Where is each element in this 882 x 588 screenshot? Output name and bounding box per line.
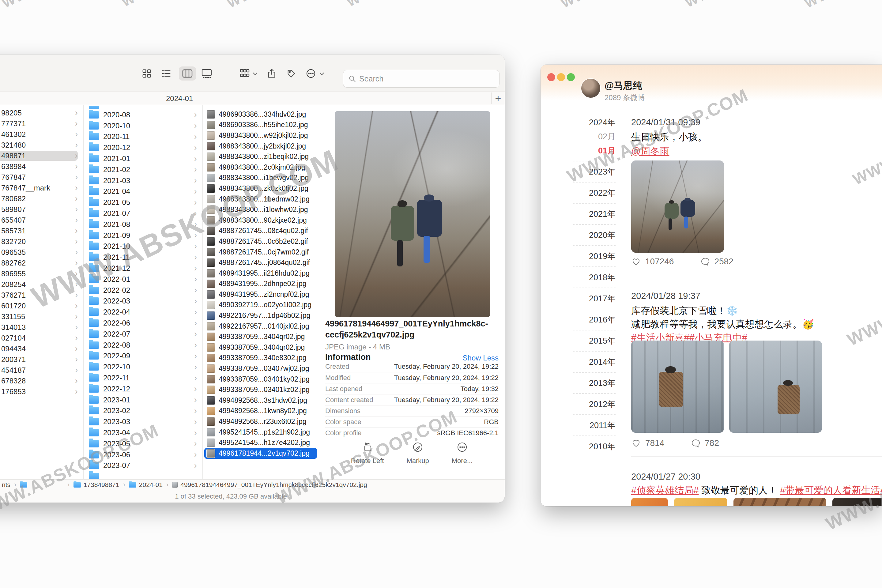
post-photo[interactable]	[631, 160, 724, 253]
post-photo[interactable]	[734, 498, 826, 506]
folder-row[interactable]: 2020-12›	[83, 142, 202, 153]
column-view-button[interactable]	[179, 66, 196, 81]
file-row[interactable]: 49887261745...08c4qu02.gif	[204, 226, 317, 236]
folder-row[interactable]: 2023-04›	[83, 427, 202, 438]
like-icon[interactable]	[631, 438, 641, 448]
list-view-button[interactable]	[160, 68, 172, 80]
file-row[interactable]: 4993387059...3404qr02.jpg	[204, 342, 317, 353]
breadcrumb-item[interactable]: 1738498871	[74, 481, 119, 489]
timeline-month[interactable]: 01月	[557, 146, 616, 156]
minimize-button[interactable]	[557, 73, 565, 81]
sidebar-id-row[interactable]: 314013›	[0, 322, 83, 333]
file-row[interactable]: 4994892568...3s1hdw02.jpg	[204, 395, 317, 406]
timeline-year[interactable]: 2015年	[557, 336, 616, 346]
folder-row[interactable]: 2022-07›	[83, 328, 202, 340]
folder-row[interactable]: 2023-07›	[83, 460, 202, 471]
sidebar-id-row[interactable]: 589807›	[0, 204, 83, 214]
file-row[interactable]: 4988343800...zk0zk0tj02.jpg	[204, 183, 317, 194]
timeline-year[interactable]: 2020年	[557, 230, 616, 240]
folder-row[interactable]: 2023-01›	[83, 394, 202, 405]
icon-view-button[interactable]	[141, 68, 153, 80]
folder-row[interactable]: 2020-08›	[83, 110, 202, 120]
file-row[interactable]: 4990392719...o02yo1l002.jpg	[204, 300, 317, 310]
sidebar-id-row[interactable]: 027104›	[0, 333, 83, 343]
sidebar-id-row[interactable]: 208254›	[0, 279, 83, 290]
sidebar-id-row[interactable]: 585731›	[0, 225, 83, 236]
sidebar-id-row[interactable]: 176853›	[0, 386, 83, 397]
file-row[interactable]: 4988343800...i1lowhw02.jpg	[204, 204, 317, 215]
folder-row[interactable]: 2021-02›	[83, 164, 202, 175]
folder-row[interactable]: 2023-02›	[83, 405, 202, 417]
hashtag-link[interactable]: #侦察英雄结局#	[631, 485, 699, 495]
sidebar-id-row[interactable]: 376271›	[0, 290, 83, 300]
file-row[interactable]: 4994892568...1kwn8y02.jpg	[204, 406, 317, 417]
post-photo[interactable]	[832, 498, 882, 506]
zoom-button[interactable]	[567, 73, 575, 81]
sidebar-id-row[interactable]: 601720›	[0, 300, 83, 311]
file-row[interactable]: 49887261745...j0864qu02.gif	[204, 257, 317, 268]
timeline-year[interactable]: 2023年	[557, 166, 616, 177]
tag-button[interactable]	[285, 68, 297, 80]
sidebar-id-row[interactable]: 98205›	[0, 108, 83, 118]
sidebar-id-row[interactable]: 200371›	[0, 354, 83, 365]
markup-button[interactable]: Markup	[406, 440, 429, 465]
file-row[interactable]: 4988343800...zi1beqik02.jpg	[204, 151, 317, 162]
sidebar-id-row[interactable]: 454187›	[0, 365, 83, 375]
timeline-month[interactable]: 02月	[557, 131, 616, 142]
file-row[interactable]: 49887261745...0c6b2e02.gif	[204, 236, 317, 247]
folder-row[interactable]: 2022-01›	[83, 274, 202, 285]
sidebar-id-row[interactable]: 832720›	[0, 236, 83, 247]
preview-image[interactable]	[335, 111, 490, 317]
sidebar-id-row[interactable]: 767847__mark›	[0, 183, 83, 193]
file-row[interactable]: 4988343800...i1bewgv02.jpg	[204, 173, 317, 183]
folder-row[interactable]: 2022-09›	[83, 351, 202, 362]
timeline-year[interactable]: 2016年	[557, 315, 616, 325]
folder-row[interactable]: 2020-10›	[83, 120, 202, 131]
breadcrumb-item[interactable]: 4996178194464997_001TEyYnly1hmck8ccecfj6…	[172, 481, 367, 489]
folder-row[interactable]: 2023-03›	[83, 416, 202, 427]
post-photo[interactable]	[631, 498, 668, 506]
file-row[interactable]: 4988343800...jy2bxkjl02.jpg	[204, 141, 317, 152]
avatar[interactable]	[581, 79, 600, 98]
sidebar-id-row[interactable]: 096535›	[0, 247, 83, 258]
more-button[interactable]: More...	[452, 440, 472, 465]
folder-row[interactable]: 2022-11›	[83, 372, 202, 383]
folder-row-clipped[interactable]	[83, 471, 202, 479]
folder-row[interactable]: 2022-02›	[83, 285, 202, 296]
sidebar-id-row[interactable]: 498871›	[0, 150, 83, 161]
sidebar-id-row[interactable]: 638984›	[0, 161, 83, 172]
sidebar-id-row[interactable]: 461302›	[0, 129, 83, 140]
group-button[interactable]	[239, 68, 250, 80]
sidebar-id-row[interactable]: 896955›	[0, 268, 83, 279]
sidebar-id-row[interactable]: 655407›	[0, 214, 83, 225]
folder-row[interactable]: 2022-08›	[83, 340, 202, 351]
timeline-year[interactable]: 2010年	[557, 441, 616, 452]
file-row[interactable]: 4988343800...w92j0kjl02.jpg	[204, 130, 317, 141]
sidebar-id-row[interactable]: 321480›	[0, 140, 83, 150]
like-icon[interactable]	[631, 257, 641, 266]
close-button[interactable]	[547, 73, 555, 81]
post-photo[interactable]	[674, 498, 728, 506]
rotate-left-button[interactable]: Rotate Left	[351, 440, 384, 465]
folder-row[interactable]: 2021-03›	[83, 175, 202, 186]
sidebar-id-row[interactable]: 777371›	[0, 118, 83, 129]
comment-icon[interactable]	[691, 438, 700, 448]
file-row[interactable]: 4995241545...h1z7e4202.jpg	[204, 437, 317, 448]
folder-row-clipped[interactable]	[83, 106, 202, 110]
file-row[interactable]: 4988343800...2c0kjm02.jpg	[204, 162, 317, 173]
add-tab-button[interactable]: +	[491, 93, 503, 104]
file-row[interactable]: 4993387059...03401ky02.jpg	[204, 374, 317, 385]
timeline-year[interactable]: 2011年	[557, 420, 616, 430]
post-photo[interactable]	[631, 340, 724, 433]
file-row[interactable]: 4994892568...r23ux6t02.jpg	[204, 416, 317, 427]
sidebar-id-row[interactable]: 331155›	[0, 311, 83, 322]
timeline-year[interactable]: 2013年	[557, 378, 616, 388]
timeline-year[interactable]: 2024年	[557, 117, 616, 128]
sidebar-id-row[interactable]: 094434›	[0, 343, 83, 354]
file-row[interactable]: 49922167957...1dp46b02.jpg	[204, 310, 317, 321]
timeline-year[interactable]: 2014年	[557, 357, 616, 367]
sidebar-id-row[interactable]: 767847›	[0, 172, 83, 183]
file-row[interactable]: 49887261745...0cj7wm02.gif	[204, 247, 317, 258]
folder-row[interactable]: 2021-07›	[83, 208, 202, 219]
file-row[interactable]: 4993387059...340e8302.jpg	[204, 353, 317, 363]
